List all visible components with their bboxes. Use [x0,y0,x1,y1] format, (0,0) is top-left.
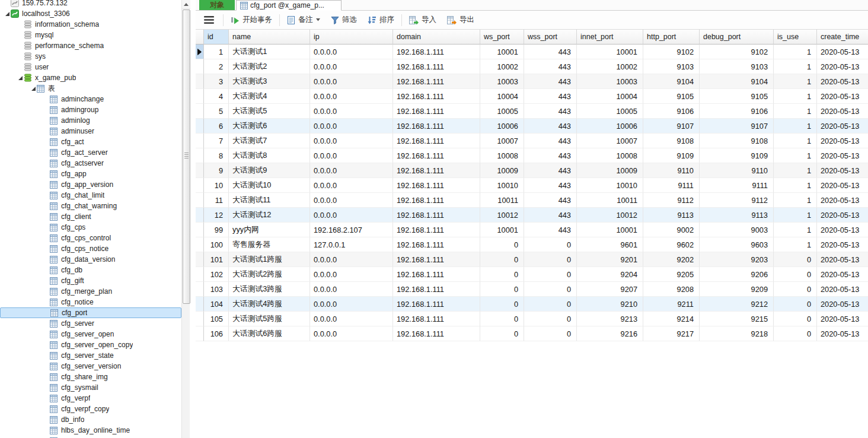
cell-domain[interactable]: 192.168.1.111 [393,178,480,193]
cell-debug_port[interactable]: 9003 [700,223,774,237]
cell-http_port[interactable]: 9102 [643,45,700,59]
cell-innet_port[interactable]: 10002 [577,59,643,74]
tree-item-cfg_share_img[interactable]: cfg_share_img [0,372,181,382]
cell-create_time[interactable]: 2020-05-13 [817,74,868,89]
cell-create_time[interactable]: 2020-05-13 [817,252,868,267]
tree-item-admingroup[interactable]: admingroup [0,104,181,115]
cell-create_time[interactable]: 2020-05-13 [817,312,868,326]
cell-ip[interactable]: 0.0.0.0 [310,193,393,208]
cell-ws_port[interactable]: 10009 [480,163,524,178]
cell-ip[interactable]: 0.0.0.0 [310,312,393,326]
row-selector[interactable] [196,223,204,237]
row-selector[interactable] [196,282,204,297]
scrollbar-thumb[interactable] [183,9,190,304]
row-selector[interactable] [196,237,204,252]
cell-id[interactable]: 104 [204,297,229,312]
tree-item-adminlog[interactable]: adminlog [0,115,181,126]
cell-debug_port[interactable]: 9206 [700,267,774,282]
cell-debug_port[interactable]: 9113 [700,208,774,223]
cell-id[interactable]: 1 [204,45,229,59]
cell-http_port[interactable]: 9602 [643,237,700,252]
cell-name[interactable]: 大话测试10 [229,178,310,193]
tree-item-cfg_act_server[interactable]: cfg_act_server [0,147,181,158]
cell-innet_port[interactable]: 9213 [577,312,643,326]
row-selector[interactable] [196,89,204,104]
cell-wss_port[interactable]: 443 [524,89,577,104]
cell-http_port[interactable]: 9211 [643,297,700,312]
cell-name[interactable]: 大话测试5 [229,104,310,119]
scroll-up-button[interactable] [182,0,190,9]
cell-http_port[interactable]: 9107 [643,119,700,134]
cell-create_time[interactable]: 2020-05-13 [817,237,868,252]
cell-debug_port[interactable]: 9107 [700,119,774,134]
expand-arrow-icon[interactable] [4,10,11,17]
cell-debug_port[interactable]: 9103 [700,59,774,74]
cell-domain[interactable]: 192.168.1.111 [393,267,480,282]
tree-item-cfg_app_version[interactable]: cfg_app_version [0,179,181,190]
cell-name[interactable]: 大话测试3跨服 [229,282,310,297]
cell-ws_port[interactable]: 0 [480,252,524,267]
gutter-header[interactable] [196,29,204,45]
cell-name[interactable]: 大话测试1 [229,45,310,59]
cell-http_port[interactable]: 9217 [643,326,700,341]
current-row-indicator[interactable] [196,45,204,59]
cell-innet_port[interactable]: 10009 [577,163,643,178]
tree-item-cfg_notice[interactable]: cfg_notice [0,297,181,307]
tree-item-cfg_client[interactable]: cfg_client [0,211,181,222]
row-selector[interactable] [196,252,204,267]
cell-is_use[interactable]: 1 [774,148,817,163]
cell-create_time[interactable]: 2020-05-13 [817,208,868,223]
cell-innet_port[interactable]: 10001 [577,45,643,59]
cell-debug_port[interactable]: 9212 [700,297,774,312]
cell-name[interactable]: 大话测试4跨服 [229,297,310,312]
tree-item-cfg_cps_notice[interactable]: cfg_cps_notice [0,243,181,254]
tab-objects[interactable]: 对象 [199,0,235,10]
cell-create_time[interactable]: 2020-05-13 [817,193,868,208]
cell-name[interactable]: 大话测试11 [229,193,310,208]
cell-domain[interactable]: 192.168.1.111 [393,297,480,312]
cell-ip[interactable]: 0.0.0.0 [310,134,393,148]
column-header-wss_port[interactable]: wss_port [524,29,577,45]
tree-item-cfg_sysmail[interactable]: cfg_sysmail [0,382,181,393]
cell-ip[interactable]: 0.0.0.0 [310,119,393,134]
row-selector[interactable] [196,297,204,312]
row-selector[interactable] [196,208,204,223]
tree-item-cfg_merge_plan[interactable]: cfg_merge_plan [0,286,181,297]
cell-debug_port[interactable]: 9102 [700,45,774,59]
cell-wss_port[interactable]: 443 [524,74,577,89]
row-selector[interactable] [196,178,204,193]
cell-id[interactable]: 2 [204,59,229,74]
row-selector[interactable] [196,148,204,163]
cell-domain[interactable]: 192.168.1.111 [393,119,480,134]
cell-wss_port[interactable]: 443 [524,119,577,134]
column-header-innet_port[interactable]: innet_port [577,29,643,45]
cell-http_port[interactable]: 9103 [643,59,700,74]
cell-id[interactable]: 105 [204,312,229,326]
cell-innet_port[interactable]: 9601 [577,237,643,252]
cell-ws_port[interactable]: 10001 [480,223,524,237]
cell-debug_port[interactable]: 9218 [700,326,774,341]
cell-ip[interactable]: 0.0.0.0 [310,104,393,119]
cell-create_time[interactable]: 2020-05-13 [817,119,868,134]
cell-name[interactable]: 寄售服务器 [229,237,310,252]
column-header-debug_port[interactable]: debug_port [700,29,774,45]
cell-debug_port[interactable]: 9603 [700,237,774,252]
cell-http_port[interactable]: 9104 [643,74,700,89]
column-header-ws_port[interactable]: ws_port [480,29,524,45]
column-header-name[interactable]: name [229,29,310,45]
cell-ip[interactable]: 0.0.0.0 [310,163,393,178]
cell-http_port[interactable]: 9105 [643,89,700,104]
row-selector[interactable] [196,267,204,282]
row-selector[interactable] [196,326,204,341]
begin-transaction-button[interactable]: 开始事务 [225,13,277,27]
row-selector[interactable] [196,193,204,208]
cell-innet_port[interactable]: 9207 [577,282,643,297]
cell-ip[interactable]: 0.0.0.0 [310,148,393,163]
cell-ws_port[interactable]: 10001 [480,45,524,59]
tree-item-cfg_chat_limit[interactable]: cfg_chat_limit [0,190,181,201]
cell-innet_port[interactable]: 10004 [577,89,643,104]
cell-http_port[interactable]: 9112 [643,193,700,208]
row-selector[interactable] [196,163,204,178]
cell-wss_port[interactable]: 443 [524,59,577,74]
row-selector[interactable] [196,74,204,89]
